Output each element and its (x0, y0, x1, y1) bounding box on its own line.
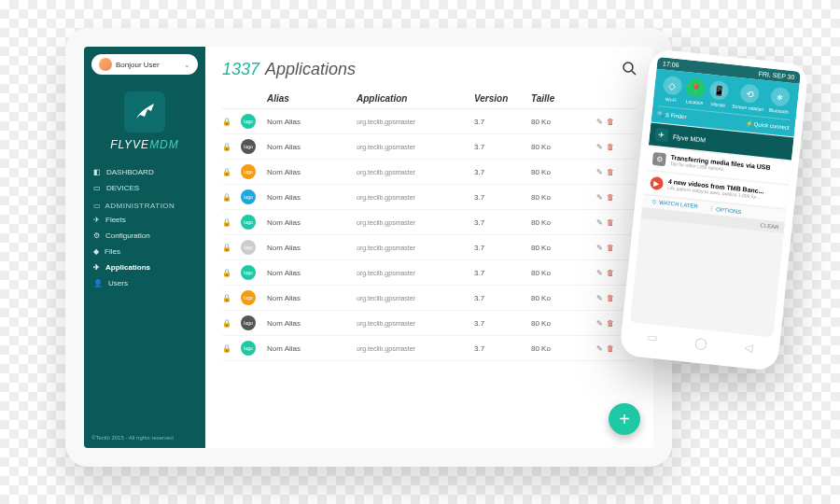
wifi-icon: ◇ (662, 76, 682, 96)
options-button[interactable]: ⋮ OPTIONS (708, 204, 741, 215)
nav-applications[interactable]: ✈ Applications (84, 259, 205, 275)
delete-icon[interactable]: 🗑 (607, 118, 614, 126)
edit-icon[interactable]: ✎ (596, 218, 603, 227)
search-icon[interactable] (622, 61, 637, 78)
recent-icon[interactable]: ▭ (647, 330, 658, 344)
svg-line-1 (632, 71, 636, 75)
cell-size: 80 Ko (531, 244, 582, 252)
app-logo-chip: logo (241, 315, 256, 330)
delete-icon[interactable]: 🗑 (607, 218, 614, 227)
cell-version: 3.7 (474, 218, 525, 227)
table-row[interactable]: 🔒logoNom Aliasorg.teclib.gpsmaster3.780 … (222, 235, 637, 260)
bluetooth-icon: ∗ (770, 87, 791, 107)
lock-icon: 🔒 (222, 244, 235, 252)
edit-icon[interactable]: ✎ (596, 143, 603, 151)
qs-vibrate[interactable]: 📳Vibrate (708, 80, 730, 108)
nav-fleets[interactable]: ✈ Fleets (84, 212, 205, 228)
cell-alias: Nom Alias (267, 319, 351, 328)
fleets-icon: ✈ (93, 216, 100, 224)
app-logo-chip: logo (241, 265, 256, 280)
cell-size: 80 Ko (531, 193, 582, 202)
app-logo-chip: logo (241, 139, 256, 154)
qs-location[interactable]: 📍Location (685, 77, 707, 105)
quickconnect-button[interactable]: ⚡ Quick connect (746, 119, 790, 131)
cell-alias: Nom Alias (267, 218, 351, 227)
edit-icon[interactable]: ✎ (596, 168, 603, 176)
main-content: 1337 Applications Alias Application Vers… (205, 47, 653, 448)
chevron-down-icon: ⌄ (184, 61, 190, 69)
table-row[interactable]: 🔒logoNom Aliasorg.teclib.gpsmaster3.780 … (222, 160, 637, 185)
table-row[interactable]: 🔒logoNom Aliasorg.teclib.gpsmaster3.780 … (222, 311, 637, 336)
dashboard-icon: ◧ (93, 168, 101, 176)
cell-size: 80 Ko (531, 269, 582, 277)
avatar (99, 58, 112, 71)
qs-wifi[interactable]: ◇Wi-Fi (662, 76, 683, 104)
lock-icon: 🔒 (222, 218, 235, 227)
nav-dashboard[interactable]: ◧ DASHBOARD (84, 164, 205, 180)
cell-application: org.teclib.gpsmaster (357, 194, 469, 201)
cell-version: 3.7 (474, 269, 525, 277)
home-icon[interactable]: ◯ (694, 336, 707, 350)
cell-application: org.teclib.gpsmaster (357, 219, 469, 226)
delete-icon[interactable]: 🗑 (607, 319, 614, 328)
item-count: 1337 (222, 60, 259, 79)
table-row[interactable]: 🔒logoNom Aliasorg.teclib.gpsmaster3.780 … (222, 109, 637, 134)
app-logo-chip: logo (241, 290, 256, 305)
youtube-icon: ▶ (650, 176, 664, 190)
user-menu[interactable]: Bonjour User ⌄ (91, 54, 198, 75)
cell-version: 3.7 (474, 143, 525, 151)
cell-alias: Nom Alias (267, 118, 351, 126)
svg-point-0 (623, 63, 633, 72)
app-logo-chip: logo (241, 114, 256, 129)
cell-alias: Nom Alias (267, 143, 351, 151)
edit-icon[interactable]: ✎ (596, 244, 603, 252)
col-taille: Taille (531, 93, 582, 104)
delete-icon[interactable]: 🗑 (607, 168, 614, 176)
edit-icon[interactable]: ✎ (596, 269, 603, 277)
qs-screen[interactable]: ⟲Screen rotation (732, 83, 766, 112)
cell-alias: Nom Alias (267, 193, 351, 202)
table-row[interactable]: 🔒logoNom Aliasorg.teclib.gpsmaster3.780 … (222, 134, 637, 160)
add-button[interactable]: + (609, 403, 640, 435)
table-row[interactable]: 🔒logoNom Aliasorg.teclib.gpsmaster3.780 … (222, 210, 637, 235)
status-date: FRI, SEP 30 (758, 70, 794, 80)
col-application: Application (357, 93, 469, 104)
col-alias: Alias (267, 93, 351, 104)
laptop-frame: Bonjour User ⌄ FLYVEMDM ◧ DASHBOARD ▭ DE… (65, 28, 672, 467)
delete-icon[interactable]: 🗑 (607, 193, 614, 202)
delete-icon[interactable]: 🗑 (607, 269, 614, 277)
table-row[interactable]: 🔒logoNom Aliasorg.teclib.gpsmaster3.780 … (222, 185, 637, 210)
applications-table: Alias Application Version Taille 🔒logoNo… (222, 89, 637, 448)
edit-icon[interactable]: ✎ (596, 319, 603, 328)
app-logo-chip: logo (241, 215, 256, 230)
cell-size: 80 Ko (531, 344, 582, 353)
delete-icon[interactable]: 🗑 (607, 344, 614, 353)
delete-icon[interactable]: 🗑 (607, 294, 614, 302)
nav-devices[interactable]: ▭ DEVICES (84, 180, 205, 196)
edit-icon[interactable]: ✎ (596, 344, 603, 353)
edit-icon[interactable]: ✎ (596, 294, 603, 302)
edit-icon[interactable]: ✎ (596, 118, 603, 126)
app-logo-chip: logo (241, 341, 256, 356)
nav-files[interactable]: ◆ Files (84, 244, 205, 259)
app-logo-chip: logo (241, 164, 256, 179)
table-row[interactable]: 🔒logoNom Aliasorg.teclib.gpsmaster3.780 … (222, 336, 637, 361)
col-version: Version (474, 93, 525, 104)
phone-frame: 17:06 FRI, SEP 30 ◇Wi-Fi 📍Location 📳Vibr… (619, 49, 809, 371)
nav-users[interactable]: 👤 Users (84, 275, 205, 291)
lock-icon: 🔒 (222, 143, 235, 151)
sfinder-button[interactable]: 🔍 S Finder (657, 110, 687, 119)
delete-icon[interactable]: 🗑 (607, 244, 614, 252)
cell-application: org.teclib.gpsmaster (357, 169, 469, 175)
table-row[interactable]: 🔒logoNom Aliasorg.teclib.gpsmaster3.780 … (222, 286, 637, 311)
app-logo-chip: logo (241, 240, 256, 255)
edit-icon[interactable]: ✎ (596, 193, 603, 202)
delete-icon[interactable]: 🗑 (607, 143, 614, 151)
location-icon: 📍 (686, 77, 707, 98)
qs-bluetooth[interactable]: ∗Bluetooth (768, 87, 791, 115)
status-time: 17:06 (663, 60, 679, 68)
nav-configuration[interactable]: ⚙ Configuration (84, 228, 205, 244)
cell-size: 80 Ko (531, 118, 582, 126)
back-icon[interactable]: ◁ (744, 341, 753, 355)
table-row[interactable]: 🔒logoNom Aliasorg.teclib.gpsmaster3.780 … (222, 260, 637, 286)
